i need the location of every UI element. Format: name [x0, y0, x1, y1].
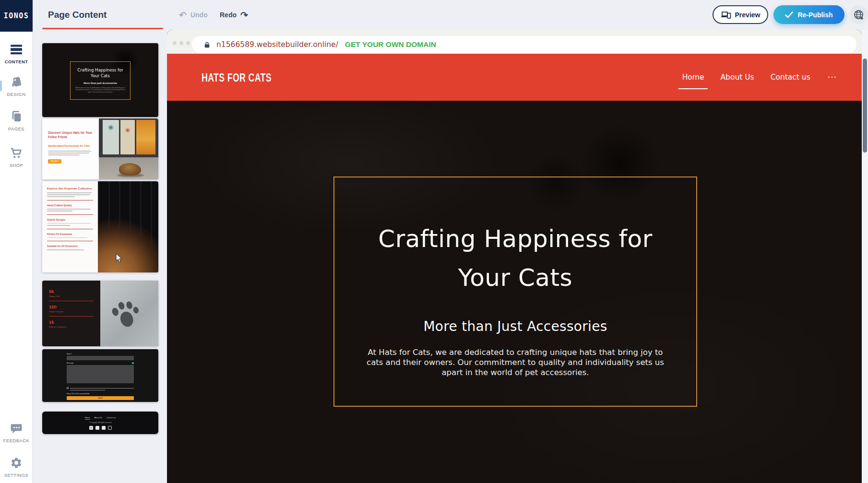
window-dot: [179, 41, 183, 45]
republish-label: Re-Publish: [797, 11, 832, 19]
form-attachment-icon: [132, 362, 134, 364]
undo-button[interactable]: ↶ Undo: [179, 0, 208, 30]
sidebar-item-shop[interactable]: SHOP: [0, 147, 33, 168]
thumb-hero-body: At Hats for Cats, we are dedicated to cr…: [75, 87, 125, 93]
url-bar[interactable]: n1566589.websitebuilder.online/ GET YOUR…: [192, 36, 856, 53]
site-url: n1566589.websitebuilder.online/: [216, 40, 338, 49]
window-dot: [186, 41, 190, 45]
thumb-collection-text-column: Explore Our Exquisite Collection Hand-Cr…: [42, 181, 98, 272]
stat-value: 5k: [49, 289, 94, 294]
settings-gear-icon: [10, 457, 23, 469]
ionos-logo[interactable]: IONOS: [0, 0, 33, 32]
feedback-bubble-icon: [10, 422, 23, 435]
thumb-collection-item: Perfect Fit Guarantee: [47, 233, 93, 236]
rail-hover-indicator: [0, 81, 2, 91]
page-title: Page Content: [48, 10, 107, 20]
redo-label: Redo: [220, 11, 237, 19]
thumb-collection-item: Hand-Crafted Quality: [47, 204, 93, 207]
section-thumbnail-stats[interactable]: 5k Happy Cats 150 Unique Designs 1k Repe…: [42, 281, 158, 346]
pages-icon: [10, 110, 23, 123]
redo-icon: ↷: [240, 11, 248, 20]
sidebar-label-feedback: FEEDBACK: [3, 438, 29, 443]
preview-label: Preview: [735, 11, 761, 19]
get-domain-link[interactable]: GET YOUR OWN DOMAIN: [345, 40, 436, 49]
main-scrollbar-track[interactable]: [862, 30, 868, 483]
undo-label: Undo: [190, 11, 208, 19]
top-toolbar: Page Content ↶ Undo Redo ↷ Preview Re-Pu…: [33, 0, 868, 30]
sidebar-item-content[interactable]: CONTENT: [0, 43, 33, 64]
thumb-hero-subtitle: More than Just Accessories: [71, 82, 130, 84]
footer-link: Home: [85, 416, 90, 420]
sidebar-item-settings[interactable]: SETTINGS: [0, 457, 33, 478]
site-nav: Home About Us Contact us ···: [681, 54, 837, 101]
form-message-label: Message: [67, 362, 74, 364]
sidebar-label-content: CONTENT: [5, 59, 28, 64]
stat-label: Repeat Customers: [49, 326, 94, 328]
nav-about[interactable]: About Us: [719, 71, 755, 83]
stat-label: Happy Cats: [49, 295, 94, 297]
stat-label: Unique Designs: [49, 310, 94, 313]
thumb-stats-column: 5k Happy Cats 150 Unique Designs 1k Repe…: [42, 281, 100, 346]
form-consent-checkbox: [67, 387, 69, 389]
footer-link: Contact us: [107, 416, 116, 420]
design-icon: [10, 76, 23, 88]
hero-title-line1: Crafting Happiness for: [334, 220, 696, 259]
thumb-collection-heading: Explore Our Exquisite Collection: [47, 187, 93, 190]
social-icon: [95, 426, 99, 430]
sidebar-label-settings: SETTINGS: [4, 472, 29, 478]
thumb-hero-title-line2: Your Cats: [71, 73, 130, 79]
thumb-shop-photo: [99, 118, 158, 179]
thumb-shop-button: Shop Now: [48, 159, 61, 164]
stat-value: 1k: [49, 319, 94, 325]
nav-contact[interactable]: Contact us: [770, 71, 811, 83]
thumb-shop-heading: Discover Unique Hats for Your Feline Fri…: [48, 131, 93, 139]
form-name-input: [67, 356, 134, 360]
form-required-note: Please fill in all the required fields.: [67, 393, 134, 395]
nav-more-button[interactable]: ···: [828, 72, 837, 82]
thumb-collection-photo: [98, 181, 158, 272]
footer-social-icons: f: [89, 426, 112, 430]
section-thumbnail-footer[interactable]: Home About Us Contact us © Copyright. Al…: [42, 412, 158, 434]
site-header: HATS FOR CATS Home About Us Contact us ·…: [167, 54, 862, 101]
undo-icon: ↶: [179, 11, 187, 20]
sidebar-item-feedback[interactable]: FEEDBACK: [0, 422, 33, 443]
nav-home[interactable]: Home: [681, 71, 705, 83]
hero-section[interactable]: Crafting Happiness for Your Cats More th…: [167, 101, 862, 483]
check-icon: [785, 12, 793, 18]
browser-chrome: n1566589.websitebuilder.online/ GET YOUR…: [167, 30, 862, 54]
shop-cart-icon: [10, 147, 23, 159]
sidebar-label-pages: PAGES: [8, 126, 24, 131]
thumb-hero-frame: Crafting Happiness for Your Cats More th…: [70, 61, 131, 100]
thumb-stats-pawprint-photo: [100, 281, 158, 346]
section-thumbnail-hero[interactable]: Crafting Happiness for Your Cats More th…: [42, 43, 158, 117]
hero-body: At Hats for Cats, we are dedicated to cr…: [364, 347, 666, 377]
sidebar-label-shop: SHOP: [10, 163, 24, 168]
thumb-shop-cat: [119, 163, 141, 176]
thumb-collection-item: Suitable for All Occasions: [47, 245, 93, 247]
hero-subtitle: More than Just Accessories: [334, 318, 696, 334]
redo-button[interactable]: Redo ↷: [220, 0, 248, 30]
content-icon: [10, 43, 23, 56]
globe-language-button[interactable]: [849, 5, 868, 24]
thumb-shop-text-column: Discover Unique Hats for Your Feline Fri…: [42, 118, 99, 179]
sidebar-item-design[interactable]: DESIGN: [0, 76, 33, 97]
sidebar-item-pages[interactable]: PAGES: [0, 110, 33, 131]
site-logo[interactable]: HATS FOR CATS: [202, 71, 272, 84]
stat-value: 150: [49, 304, 94, 309]
section-thumbnail-shop[interactable]: Discover Unique Hats for Your Feline Fri…: [42, 118, 158, 179]
section-thumbnail-contact-form[interactable]: Name* Message Please fill in all the req…: [42, 349, 158, 402]
editor-selection-box[interactable]: Crafting Happiness for Your Cats More th…: [333, 177, 697, 407]
lock-icon: [203, 41, 211, 49]
paw-print: [100, 281, 158, 346]
preview-button[interactable]: Preview: [713, 5, 768, 24]
sidebar-label-design: DESIGN: [7, 92, 26, 97]
section-thumbnail-collection[interactable]: Explore Our Exquisite Collection Hand-Cr…: [42, 181, 158, 272]
hero-title-line2: Your Cats: [334, 259, 696, 297]
form-message-textarea: [67, 365, 134, 383]
thumb-collection-item: Stylish Designs: [47, 218, 93, 221]
thumb-shop-subheading: Handcrafted Exclusively for Cats: [48, 144, 93, 147]
republish-button[interactable]: Re-Publish: [773, 5, 844, 24]
main-scrollbar-thumb[interactable]: [863, 59, 867, 153]
facebook-icon: f: [89, 426, 93, 430]
form-name-label: Name*: [67, 353, 134, 355]
